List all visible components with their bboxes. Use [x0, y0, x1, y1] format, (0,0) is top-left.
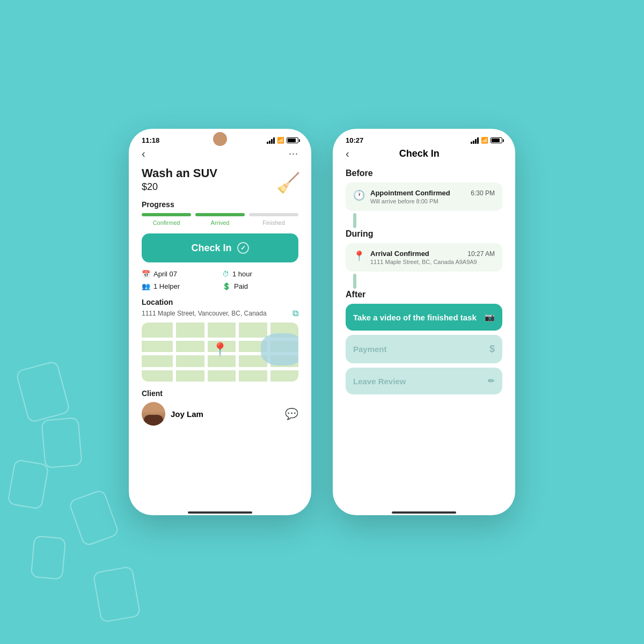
date-value: April 07: [153, 270, 177, 278]
video-button-label: Take a video of the finished task: [353, 313, 477, 322]
task-price: $20: [142, 181, 298, 193]
video-button[interactable]: Take a video of the finished task 📷: [346, 304, 502, 331]
dollar-icon: 💲: [222, 282, 231, 290]
client-name: Joy Lam: [171, 409, 203, 419]
before-event-content: Appointment Confirmed 6:30 PM Will arriv…: [370, 189, 495, 204]
task-title: Wash an SUV: [142, 166, 298, 180]
detail-helpers: 👥 1 Helper: [142, 282, 218, 290]
home-indicator-right: [392, 511, 456, 514]
back-button-left[interactable]: ‹: [142, 148, 145, 160]
before-section-header: Before: [346, 169, 502, 178]
copy-icon[interactable]: ⧉: [292, 309, 298, 318]
camera-icon: 📷: [485, 312, 495, 322]
signal-icon: [267, 137, 275, 144]
phone-right: 10:27 📶 ‹ Check In: [333, 129, 515, 515]
more-button-left[interactable]: ···: [289, 148, 298, 159]
battery-icon-right: [491, 137, 502, 143]
location-address: 1111 Maple Street, Vancouver, BC, Canada: [142, 310, 267, 317]
phone-left: 11:18 📶 ‹ ··· Wash an SU: [129, 129, 311, 515]
clock-icon: ⏱: [222, 270, 229, 278]
payment-dollar-icon: $: [489, 343, 495, 355]
label-finished: Finished: [249, 219, 298, 226]
signal-icon-right: [471, 137, 479, 144]
arrival-time: 10:27 AM: [467, 250, 495, 258]
after-section-header: After: [346, 290, 502, 299]
appointment-confirmed-title: Appointment Confirmed: [370, 189, 450, 197]
during-section-header: During: [346, 229, 502, 239]
helpers-value: 1 Helper: [153, 282, 180, 290]
leave-review-button[interactable]: Leave Review ✏: [346, 368, 502, 394]
label-arrived: Arrived: [195, 219, 245, 226]
payment-button[interactable]: Payment $: [346, 335, 502, 363]
client-row: Joy Lam 💬: [142, 402, 298, 426]
status-icons-left: 📶: [267, 137, 298, 144]
connector-during-after: [353, 274, 356, 289]
clock-timeline-icon: 🕐: [353, 189, 365, 201]
appointment-subtitle: Will arrive before 8:00 PM: [370, 198, 495, 204]
time-right: 10:27: [346, 136, 363, 144]
status-icons-right: 📶: [471, 137, 502, 144]
payment-value: Paid: [234, 282, 248, 290]
during-event-main-row: Arrival Confirmed 10:27 AM: [370, 250, 495, 258]
connector-before-during: [353, 213, 356, 228]
home-indicator-left: [188, 511, 252, 514]
map-container: 📍: [142, 323, 298, 382]
chat-icon[interactable]: 💬: [285, 407, 298, 420]
helpers-icon: 👥: [142, 282, 150, 290]
progress-bar-arrived: [195, 213, 245, 216]
during-event-content: Arrival Confirmed 10:27 AM 1111 Maple St…: [370, 250, 495, 265]
review-edit-icon: ✏: [488, 376, 495, 386]
checkin-checkmark-icon: ✓: [237, 242, 249, 254]
wifi-icon: 📶: [277, 137, 284, 144]
arrival-subtitle: 1111 Maple Street, BC, Canada A9A9A9: [370, 259, 495, 265]
calendar-icon: 📅: [142, 270, 150, 278]
location-label: Location: [142, 298, 298, 306]
back-button-right[interactable]: ‹: [346, 148, 349, 160]
checkin-label: Check In: [191, 243, 231, 254]
label-confirmed: Confirmed: [142, 219, 191, 226]
progress-labels: Confirmed Arrived Finished: [142, 219, 298, 226]
task-icon: 🧹: [276, 172, 301, 194]
client-label: Client: [142, 389, 298, 398]
detail-duration: ⏱ 1 hour: [222, 270, 298, 278]
time-left: 11:18: [142, 136, 159, 144]
location-row: 1111 Maple Street, Vancouver, BC, Canada…: [142, 309, 298, 318]
checkin-button[interactable]: Check In ✓: [142, 233, 298, 262]
progress-bar-confirmed: [142, 213, 191, 216]
leave-review-label: Leave Review: [353, 377, 406, 386]
left-content: ‹ ··· Wash an SUV $20 🧹 Progress Confirm…: [129, 148, 311, 507]
checkin-title: Check In: [399, 148, 440, 159]
progress-label: Progress: [142, 200, 298, 209]
detail-date: 📅 April 07: [142, 270, 218, 278]
progress-bars: [142, 213, 298, 216]
status-bar-right: 10:27 📶: [333, 129, 515, 148]
battery-icon: [287, 137, 298, 143]
during-event-card: 📍 Arrival Confirmed 10:27 AM 1111 Maple …: [346, 243, 502, 272]
appointment-time: 6:30 PM: [471, 189, 495, 197]
pin-timeline-icon: 📍: [353, 250, 365, 262]
map-pin: 📍: [212, 342, 228, 357]
right-content: ‹ Check In Before 🕐 Appointment Confirme…: [333, 148, 515, 507]
arrival-confirmed-title: Arrival Confirmed: [370, 250, 429, 258]
client-info: Joy Lam: [142, 402, 203, 426]
task-details: 📅 April 07 ⏱ 1 hour 👥 1 Helper 💲 Paid: [142, 270, 298, 290]
before-event-card: 🕐 Appointment Confirmed 6:30 PM Will arr…: [346, 182, 502, 211]
payment-button-label: Payment: [353, 345, 387, 354]
progress-bar-finished: [249, 213, 298, 216]
phones-container: 11:18 📶 ‹ ··· Wash an SU: [129, 129, 515, 515]
nav-row-right: ‹ Check In: [346, 148, 502, 160]
duration-value: 1 hour: [232, 270, 252, 278]
client-avatar: [142, 402, 165, 426]
before-event-main-row: Appointment Confirmed 6:30 PM: [370, 189, 495, 197]
nav-row-left: ‹ ···: [142, 148, 298, 160]
detail-payment: 💲 Paid: [222, 282, 298, 290]
wifi-icon-right: 📶: [481, 137, 488, 144]
